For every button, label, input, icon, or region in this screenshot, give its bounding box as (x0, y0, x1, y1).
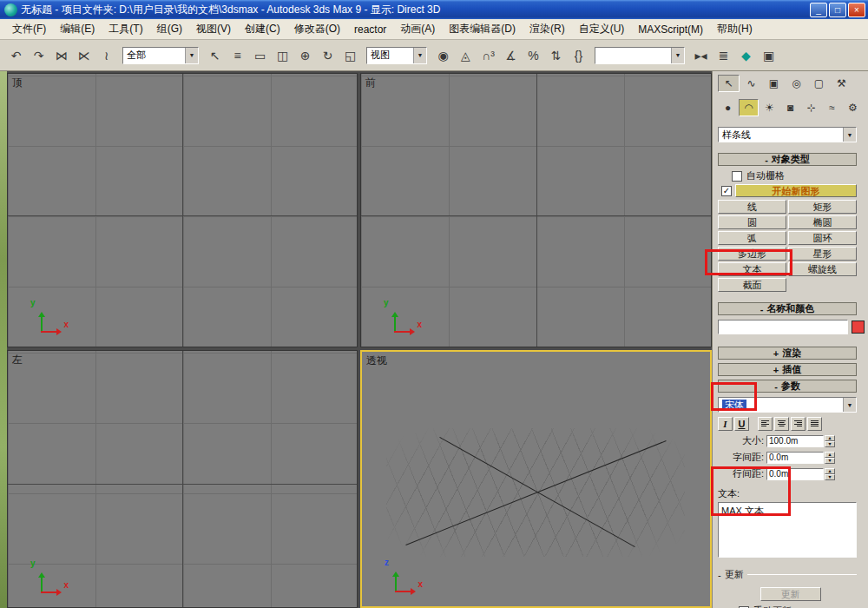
font-dropdown[interactable]: 宋体 ▼ (718, 397, 857, 413)
spinner-snap-icon[interactable]: ⇅ (545, 44, 567, 66)
shape-button[interactable]: 矩形 (788, 200, 857, 214)
shape-button[interactable]: 多边形 (718, 247, 786, 261)
space-warps-category[interactable]: ≈ (822, 99, 842, 116)
snap-toggle-3d-icon[interactable]: ∩³ (477, 44, 499, 66)
kerning-input[interactable]: 0.0m (766, 452, 824, 464)
autogrid-checkbox[interactable] (732, 171, 742, 182)
spinner-up-icon[interactable]: ▴ (825, 435, 835, 441)
shape-type-dropdown[interactable]: 样条线 ▼ (718, 127, 857, 142)
text-input-area[interactable]: MAX 文本 (718, 502, 857, 558)
shape-button[interactable]: 线 (718, 200, 786, 214)
modify-tab[interactable]: ∿ (740, 75, 762, 92)
utilities-tab[interactable]: ⚒ (831, 75, 852, 92)
shape-button[interactable]: 圆环 (788, 231, 857, 245)
helpers-category[interactable]: ⊹ (801, 99, 821, 116)
menu-item[interactable]: 自定义(U) (572, 19, 632, 39)
select-and-move-icon[interactable]: ⊕ (294, 44, 316, 66)
shapes-category[interactable]: ◠ (739, 99, 759, 116)
rollout-interpolation[interactable]: + 插值 (718, 363, 857, 376)
close-button[interactable]: × (848, 3, 865, 17)
spinner-up-icon[interactable]: ▴ (825, 452, 835, 458)
spinner-up-icon[interactable]: ▴ (825, 468, 835, 474)
lights-category[interactable]: ☀ (760, 99, 779, 116)
align-center-button[interactable] (774, 417, 789, 431)
select-and-scale-icon[interactable]: ◱ (339, 44, 361, 66)
geometry-category[interactable]: ● (718, 99, 738, 116)
shape-button[interactable]: 截面 (718, 278, 786, 292)
viewport-left[interactable]: 左 y x (7, 350, 358, 608)
bind-to-space-warp-icon[interactable]: ≀ (95, 44, 117, 66)
rollout-parameters[interactable]: - 参数 (718, 380, 857, 393)
unlink-selection-icon[interactable]: ⋉ (73, 44, 95, 66)
update-button[interactable]: 更新 (760, 587, 821, 601)
object-name-input[interactable] (718, 320, 848, 334)
shape-button[interactable]: 圆 (718, 215, 786, 229)
systems-category[interactable]: ⚙ (843, 99, 863, 116)
rollout-rendering[interactable]: + 渲染 (718, 347, 857, 360)
align-icon[interactable]: ≣ (713, 44, 734, 66)
window-crossing-icon[interactable]: ◫ (272, 44, 293, 66)
menu-item[interactable]: 编辑(E) (53, 19, 102, 39)
viewport-label[interactable]: 左 (12, 353, 23, 367)
shape-button[interactable]: 星形 (788, 247, 857, 261)
display-tab[interactable]: ▢ (808, 75, 830, 92)
spinner-down-icon[interactable]: ▾ (825, 474, 835, 480)
viewport-front[interactable]: 前 y x (360, 73, 712, 347)
menu-item[interactable]: 修改器(O) (287, 19, 347, 39)
menu-item[interactable]: 文件(F) (5, 19, 53, 39)
keyboard-shortcut-override-icon[interactable]: {} (568, 44, 589, 66)
redo-icon[interactable]: ↷ (28, 44, 49, 66)
menu-item[interactable]: 帮助(H) (710, 19, 760, 39)
viewport-label[interactable]: 顶 (12, 76, 23, 90)
percent-snap-icon[interactable]: % (523, 44, 544, 66)
viewport-perspective[interactable]: 透视 z x (360, 350, 712, 608)
spinner-down-icon[interactable]: ▾ (825, 458, 835, 464)
menu-item[interactable]: 图表编辑器(D) (442, 19, 523, 39)
object-color-swatch[interactable] (852, 321, 865, 334)
quick-render-icon[interactable]: ◆ (735, 44, 757, 66)
start-new-shape-button[interactable]: 开始新图形 (735, 184, 857, 197)
shape-button[interactable]: 螺旋线 (788, 262, 857, 276)
render-scene-icon[interactable]: ▣ (758, 44, 779, 66)
size-input[interactable]: 100.0m (766, 435, 824, 447)
viewport-top[interactable]: 顶 y x (7, 73, 358, 347)
menu-item[interactable]: 渲染(R) (523, 19, 572, 39)
reference-coordinate-dropdown[interactable]: 视图 ▼ (366, 47, 427, 64)
menu-item[interactable]: 动画(A) (393, 19, 442, 39)
cameras-category[interactable]: ◙ (780, 99, 800, 116)
create-tab[interactable]: ↖ (718, 75, 740, 92)
menu-item[interactable]: reactor (347, 21, 393, 38)
start-new-shape-checkbox[interactable]: ✓ (721, 186, 732, 196)
menu-item[interactable]: 视图(V) (189, 19, 238, 39)
menu-item[interactable]: 组(G) (150, 19, 189, 39)
menu-item[interactable]: MAXScript(M) (631, 21, 710, 38)
mirror-icon[interactable]: ▸◂ (690, 44, 712, 66)
select-and-manipulate-icon[interactable]: ◬ (455, 44, 477, 66)
spinner-down-icon[interactable]: ▾ (825, 441, 835, 447)
italic-button[interactable]: I (718, 417, 733, 431)
viewport-label[interactable]: 透视 (366, 354, 387, 368)
leading-input[interactable]: 0.0m (766, 468, 824, 480)
hierarchy-tab[interactable]: ▣ (763, 75, 785, 92)
angle-snap-icon[interactable]: ∡ (500, 44, 522, 66)
viewport-label[interactable]: 前 (365, 76, 376, 90)
menu-item[interactable]: 创建(C) (238, 19, 287, 39)
title-bar[interactable]: 无标题 - 项目文件夹: D:\用户目录\我的文档\3dsmax - Autod… (0, 0, 868, 19)
align-left-button[interactable] (758, 417, 773, 431)
named-selection-dropdown[interactable]: ▼ (595, 47, 685, 64)
menu-item[interactable]: 工具(T) (102, 19, 149, 39)
select-by-name-icon[interactable]: ≡ (227, 44, 248, 66)
align-justify-button[interactable] (807, 417, 822, 431)
select-and-rotate-icon[interactable]: ↻ (317, 44, 339, 66)
use-pivot-point-center-icon[interactable]: ◉ (432, 44, 454, 66)
undo-icon[interactable]: ↶ (5, 44, 27, 66)
rollout-object-type[interactable]: - 对象类型 (718, 153, 857, 166)
select-object-icon[interactable]: ↖ (204, 44, 226, 66)
underline-button[interactable]: U (734, 417, 749, 431)
rectangular-selection-icon[interactable]: ▭ (249, 44, 271, 66)
shape-button[interactable]: 文本 (718, 262, 786, 276)
select-and-link-icon[interactable]: ⋈ (50, 44, 72, 66)
align-right-button[interactable] (791, 417, 806, 431)
maximize-button[interactable]: □ (829, 3, 846, 17)
selection-filter-dropdown[interactable]: 全部 ▼ (122, 47, 199, 64)
